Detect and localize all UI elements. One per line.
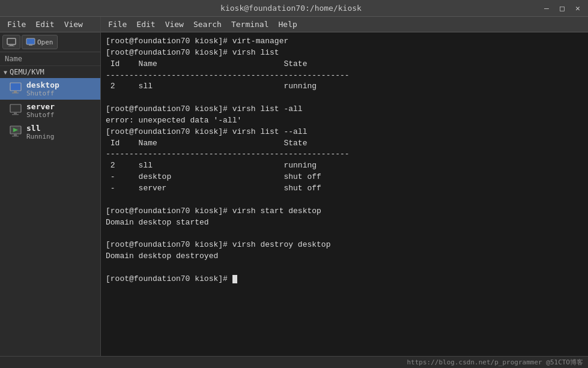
vm-item-server[interactable]: server Shutoff: [0, 100, 100, 121]
terminal-line: 2 sll running: [106, 160, 583, 172]
terminal-line: [root@foundation70 kiosk]# virsh list -a…: [106, 104, 583, 115]
terminal-line: - desktop shut off: [106, 172, 583, 183]
close-button[interactable]: ✕: [572, 4, 583, 13]
terminal-line: error: unexpected data '-all': [106, 115, 583, 127]
terminal-content[interactable]: [root@foundation70 kiosk]# virt-manager[…: [101, 32, 588, 356]
svg-rect-5: [10, 83, 21, 91]
bottom-bar-text: https://blog.csdn.net/p_programmer @51CT…: [407, 358, 583, 367]
main-layout: File Edit View Open Nam: [0, 17, 588, 356]
vm-sll-name: sll: [26, 124, 54, 133]
open-label-button[interactable]: Open: [22, 35, 58, 49]
terminal-line: ----------------------------------------…: [106, 149, 583, 160]
vm-open-icon: [26, 37, 35, 47]
terminal-line: [106, 92, 583, 104]
terminal-line: [root@foundation70 kiosk]# virsh list: [106, 47, 583, 59]
vm-server-icon: [10, 104, 23, 117]
terminal-line: Domain desktop started: [106, 217, 583, 229]
vm-item-sll[interactable]: sll Running: [0, 121, 100, 143]
svg-rect-3: [26, 38, 35, 44]
menu-view[interactable]: View: [59, 19, 88, 30]
term-menu-help[interactable]: Help: [274, 19, 302, 30]
vm-server-info: server Shutoff: [26, 102, 55, 119]
group-arrow-icon: ▼: [4, 69, 7, 76]
term-menu-edit[interactable]: Edit: [132, 19, 160, 30]
svg-rect-7: [12, 92, 19, 94]
vm-sll-info: sll Running: [26, 124, 54, 140]
vm-server-name: server: [26, 102, 55, 111]
term-menu-terminal[interactable]: Terminal: [226, 19, 274, 30]
vm-desktop-name: desktop: [26, 80, 59, 89]
window-controls: — □ ✕: [541, 4, 583, 13]
svg-rect-2: [8, 46, 14, 46]
svg-rect-0: [7, 38, 16, 44]
terminal-line: Id Name State: [106, 138, 583, 149]
terminal-line: - server shut off: [106, 183, 583, 195]
svg-rect-1: [10, 44, 13, 46]
server-vm-monitor-icon: [10, 104, 23, 117]
terminal-line: Id Name State: [106, 59, 583, 70]
monitor-icon: [7, 37, 16, 47]
maximize-button[interactable]: □: [557, 4, 568, 13]
terminal-line: [root@foundation70 kiosk]# virt-manager: [106, 36, 583, 47]
terminal-line: [root@foundation70 kiosk]# virsh destroy…: [106, 240, 583, 251]
svg-rect-13: [14, 134, 17, 136]
sidebar: File Edit View Open Nam: [0, 17, 101, 356]
title-bar: kiosk@foundation70:/home/kiosk — □ ✕: [0, 0, 588, 17]
vm-item-desktop[interactable]: desktop Shutoff: [0, 78, 100, 100]
terminal-panel: File Edit View Search Terminal Help [roo…: [101, 17, 588, 356]
svg-rect-4: [29, 44, 32, 46]
svg-rect-6: [14, 91, 17, 92]
terminal-cursor: [232, 275, 237, 283]
menu-file[interactable]: File: [2, 19, 31, 30]
svg-rect-8: [10, 104, 21, 112]
terminal-line: ----------------------------------------…: [106, 70, 583, 82]
vm-desktop-icon: [10, 82, 23, 95]
vm-sll-status: Running: [26, 133, 54, 140]
terminal-line: [106, 228, 583, 240]
terminal-line: [106, 195, 583, 206]
terminal-line: 2 sll running: [106, 81, 583, 92]
terminal-line: [root@foundation70 kiosk]# virsh list --…: [106, 127, 583, 138]
group-label: QEMU/KVM: [10, 68, 44, 76]
vm-server-status: Shutoff: [26, 111, 55, 119]
terminal-line: Domain desktop destroyed: [106, 251, 583, 262]
svg-rect-14: [12, 136, 19, 137]
terminal-line: [root@foundation70 kiosk]# virsh start d…: [106, 206, 583, 217]
term-menu-search[interactable]: Search: [189, 19, 226, 30]
virt-manager-menu-bar: File Edit View: [0, 17, 100, 32]
terminal-line: [root@foundation70 kiosk]#: [106, 274, 583, 285]
term-menu-view[interactable]: View: [160, 19, 189, 30]
sidebar-name-header: Name: [0, 52, 100, 66]
terminal-menu-bar: File Edit View Search Terminal Help: [101, 17, 588, 32]
menu-edit[interactable]: Edit: [31, 19, 59, 30]
vm-sll-icon: [10, 125, 23, 139]
desktop-vm-monitor-icon: [10, 82, 23, 95]
window-title: kiosk@foundation70:/home/kiosk: [41, 4, 541, 13]
sll-vm-monitor-icon: [10, 125, 23, 139]
qemu-kvm-group[interactable]: ▼ QEMU/KVM: [0, 66, 100, 78]
svg-rect-10: [12, 114, 19, 115]
bottom-bar: https://blog.csdn.net/p_programmer @51CT…: [0, 356, 588, 368]
terminal-line: [106, 262, 583, 274]
term-menu-file[interactable]: File: [103, 19, 132, 30]
open-button[interactable]: [2, 35, 20, 49]
open-text: Open: [37, 38, 53, 46]
sidebar-toolbar: Open: [0, 32, 100, 52]
svg-rect-9: [14, 112, 17, 114]
vm-desktop-info: desktop Shutoff: [26, 80, 59, 97]
vm-desktop-status: Shutoff: [26, 89, 59, 97]
minimize-button[interactable]: —: [541, 4, 552, 13]
